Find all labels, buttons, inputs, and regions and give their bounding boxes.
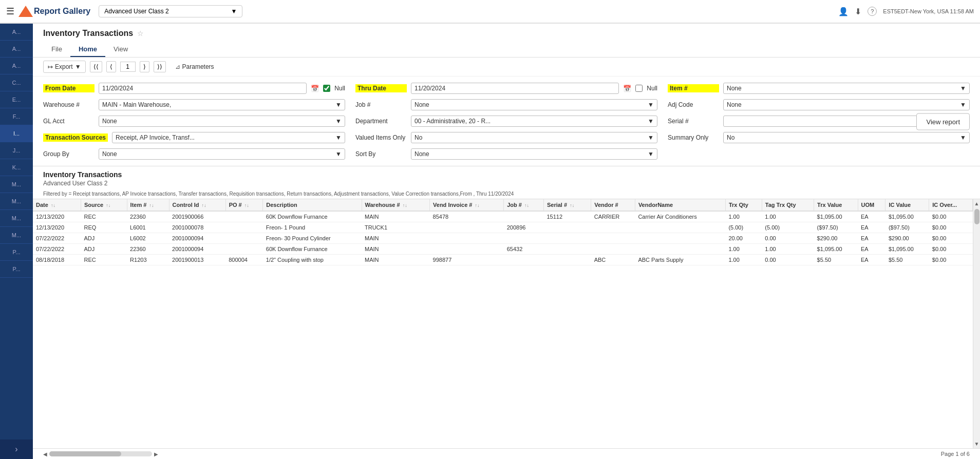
col-ic-over: IC Over... bbox=[929, 199, 973, 211]
col-ic-value: IC Value bbox=[885, 199, 929, 211]
tabs: File Home View bbox=[43, 42, 970, 57]
export-button[interactable]: ↦ Export ▼ bbox=[43, 61, 86, 73]
tab-home[interactable]: Home bbox=[70, 42, 105, 57]
vi-sort-icon: ↑↓ bbox=[475, 203, 480, 208]
app-dropdown[interactable]: Advanced User Class 2 ▼ bbox=[99, 5, 242, 17]
star-icon[interactable]: ☆ bbox=[137, 29, 144, 37]
transaction-sources-chevron-icon: ▼ bbox=[335, 134, 342, 141]
sidebar-item-j[interactable]: J... bbox=[0, 142, 33, 159]
sidebar-item-a2[interactable]: A... bbox=[0, 41, 33, 58]
report-title-row: Inventory Transactions ☆ bbox=[43, 29, 970, 38]
sidebar-item-m2[interactable]: M... bbox=[0, 193, 33, 210]
item-num-select[interactable]: None ▼ bbox=[723, 83, 970, 94]
table-row: 08/18/2018RECR120320019000138000041/2" C… bbox=[33, 255, 973, 265]
sidebar-item-c[interactable]: C... bbox=[0, 74, 33, 91]
tab-file[interactable]: File bbox=[43, 42, 70, 57]
table-row: 07/22/2022ADJL60022001000094Freon- 30 Po… bbox=[33, 233, 973, 244]
col-date[interactable]: Date ↑↓ bbox=[33, 199, 81, 211]
col-control-id[interactable]: Control Id ↑↓ bbox=[169, 199, 225, 211]
h-scroll-thumb[interactable] bbox=[49, 451, 121, 456]
sort-by-select[interactable]: None ▼ bbox=[411, 148, 657, 160]
page-info: Page 1 of 6 bbox=[941, 451, 970, 457]
scroll-thumb[interactable] bbox=[974, 209, 979, 224]
serial-num-label: Serial # bbox=[668, 118, 719, 125]
group-by-select[interactable]: None ▼ bbox=[99, 148, 345, 160]
warehouse-chevron-icon: ▼ bbox=[335, 101, 342, 108]
summary-only-select[interactable]: No ▼ bbox=[723, 132, 970, 143]
h-scroll-right-arrow[interactable]: ▶ bbox=[154, 451, 158, 457]
col-vend-invoice[interactable]: Vend Invoice # ↑↓ bbox=[430, 199, 504, 211]
right-scrollbar[interactable]: ▲ ▼ bbox=[973, 199, 980, 448]
adj-code-select[interactable]: None ▼ bbox=[723, 99, 970, 110]
group-by-value: None bbox=[102, 150, 117, 158]
transaction-sources-label: Transaction Sources bbox=[43, 133, 108, 142]
sidebar-item-a1[interactable]: A... bbox=[0, 24, 33, 41]
thru-date-null-checkbox[interactable] bbox=[635, 85, 643, 92]
thru-date-null-label: Null bbox=[647, 85, 657, 92]
nav-first-button[interactable]: ⟨⟨ bbox=[90, 61, 102, 72]
nav-next-button[interactable]: ⟩ bbox=[140, 61, 149, 72]
sidebar-item-f[interactable]: F... bbox=[0, 108, 33, 125]
job-num-select[interactable]: None ▼ bbox=[411, 99, 657, 110]
parameters-button[interactable]: ⊿ Parameters bbox=[170, 61, 219, 72]
department-select[interactable]: 00 - Administrative, 20 - R... ▼ bbox=[411, 116, 657, 127]
nav-last-button[interactable]: ⟩⟩ bbox=[154, 61, 166, 72]
col-source[interactable]: Source ↑↓ bbox=[81, 199, 127, 211]
col-tag-trx-qty: Tag Trx Qty bbox=[762, 199, 814, 211]
scroll-up-arrow[interactable]: ▲ bbox=[973, 199, 980, 208]
sidebar-item-p2[interactable]: P... bbox=[0, 261, 33, 278]
thru-date-label: Thru Date bbox=[355, 84, 407, 92]
table-body: 12/13/2020REC22360200190006660K Downflow… bbox=[33, 211, 973, 265]
valued-items-select[interactable]: No ▼ bbox=[411, 132, 657, 143]
thru-date-calendar-icon[interactable]: 📅 bbox=[623, 85, 631, 92]
sidebar-item-i[interactable]: I... bbox=[0, 125, 33, 142]
sidebar-item-m1[interactable]: M... bbox=[0, 176, 33, 193]
col-po-num[interactable]: PO # ↑↓ bbox=[225, 199, 263, 211]
page-number-input[interactable]: 1 bbox=[120, 62, 136, 72]
download-icon[interactable]: ⬇ bbox=[855, 7, 861, 16]
sidebar-expand-button[interactable]: › bbox=[0, 439, 33, 459]
scroll-track[interactable] bbox=[973, 208, 981, 439]
scroll-down-arrow[interactable]: ▼ bbox=[973, 439, 980, 448]
sidebar-item-e[interactable]: E... bbox=[0, 91, 33, 108]
col-item-num[interactable]: Item # ↑↓ bbox=[127, 199, 169, 211]
user-icon[interactable]: 👤 bbox=[838, 7, 849, 16]
export-chevron-icon: ▼ bbox=[75, 63, 81, 70]
col-serial-num[interactable]: Serial # ↑↓ bbox=[543, 199, 591, 211]
item-num-label: Item # bbox=[668, 84, 719, 92]
help-icon[interactable]: ? bbox=[868, 7, 877, 16]
sidebar-item-p1[interactable]: P... bbox=[0, 244, 33, 261]
table-wrapper[interactable]: Date ↑↓ Source ↑↓ Item # ↑↓ Control Id ↑… bbox=[33, 199, 973, 448]
from-date-null-checkbox[interactable] bbox=[323, 85, 330, 92]
col-trx-qty: Trx Qty bbox=[725, 199, 762, 211]
nav-prev-button[interactable]: ⟨ bbox=[106, 61, 116, 72]
hamburger-icon[interactable]: ☰ bbox=[6, 6, 14, 17]
calendar-icon[interactable]: 📅 bbox=[311, 85, 319, 92]
toolbar: ↦ Export ▼ ⟨⟨ ⟨ 1 ⟩ ⟩⟩ ⊿ Parameters bbox=[33, 58, 980, 76]
from-date-input[interactable] bbox=[99, 83, 307, 94]
sidebar-item-m3[interactable]: M... bbox=[0, 210, 33, 227]
summary-only-row: Summary Only No ▼ bbox=[668, 132, 970, 143]
col-warehouse-num[interactable]: Warehouse # ↑↓ bbox=[362, 199, 430, 211]
parameters-label: Parameters bbox=[182, 63, 214, 70]
gl-acct-select[interactable]: None ▼ bbox=[99, 116, 345, 127]
group-by-row: Group By None ▼ bbox=[43, 148, 345, 160]
sort-by-row: Sort By None ▼ bbox=[355, 148, 657, 160]
thru-date-input[interactable] bbox=[411, 83, 619, 94]
col-description: Description bbox=[263, 199, 362, 211]
col-job-num[interactable]: Job # ↑↓ bbox=[504, 199, 544, 211]
sidebar-item-m4[interactable]: M... bbox=[0, 227, 33, 244]
transaction-sources-select[interactable]: Receipt, AP Invoice, Transf... ▼ bbox=[112, 132, 345, 143]
table-header-row: Date ↑↓ Source ↑↓ Item # ↑↓ Control Id ↑… bbox=[33, 199, 973, 211]
serial-sort-icon: ↑↓ bbox=[570, 203, 574, 208]
view-report-button[interactable]: View report bbox=[916, 113, 970, 130]
sidebar-item-k[interactable]: K... bbox=[0, 159, 33, 176]
sidebar-item-a3[interactable]: A... bbox=[0, 58, 33, 74]
warehouse-num-select[interactable]: MAIN - Main Warehouse, ▼ bbox=[99, 99, 345, 110]
horizontal-scroll[interactable]: ◀ ▶ bbox=[43, 451, 158, 457]
h-scroll-track[interactable] bbox=[49, 451, 152, 456]
h-scroll-left-arrow[interactable]: ◀ bbox=[43, 451, 47, 457]
adj-code-label: Adj Code bbox=[668, 101, 719, 108]
gl-acct-label: GL Acct bbox=[43, 118, 95, 125]
tab-view[interactable]: View bbox=[105, 42, 136, 57]
